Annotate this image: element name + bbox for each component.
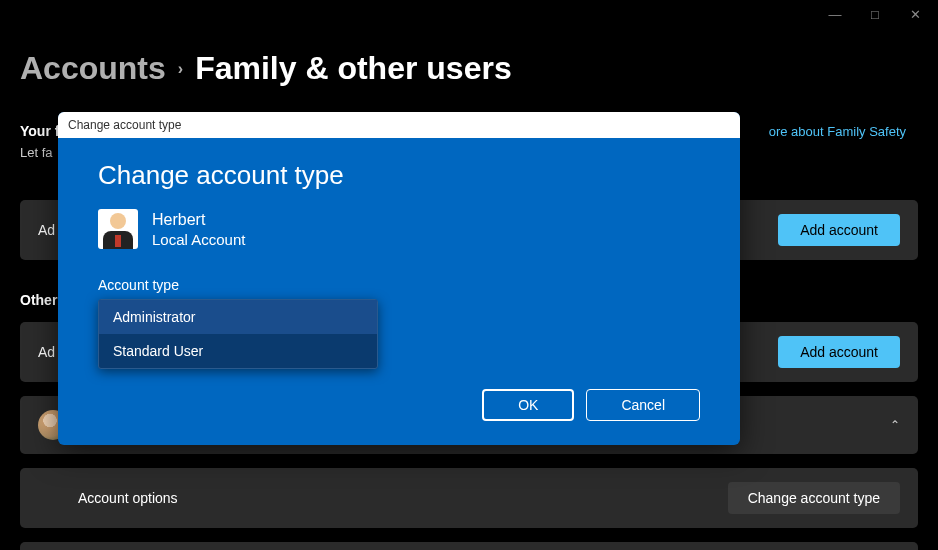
minimize-button[interactable]: —	[820, 4, 850, 24]
dialog-user-info: Herbert Local Account	[98, 209, 700, 249]
dialog-user-subtype: Local Account	[152, 231, 245, 248]
change-account-type-dialog: Change account type Change account type …	[58, 112, 740, 445]
dialog-user-name: Herbert	[152, 211, 245, 229]
account-type-dropdown[interactable]: Administrator Standard User	[98, 299, 378, 369]
add-family-account-button[interactable]: Add account	[778, 214, 900, 246]
family-add-label: Ad	[38, 222, 55, 238]
cancel-button[interactable]: Cancel	[586, 389, 700, 421]
family-safety-link[interactable]: ore about Family Safety	[769, 124, 906, 139]
dropdown-option-standard-user[interactable]: Standard User	[99, 334, 377, 368]
dialog-heading: Change account type	[98, 160, 700, 191]
close-button[interactable]: ✕	[900, 4, 930, 24]
dialog-titlebar: Change account type	[58, 112, 740, 138]
add-other-account-button[interactable]: Add account	[778, 336, 900, 368]
titlebar: — □ ✕	[812, 0, 938, 28]
change-account-type-button[interactable]: Change account type	[728, 482, 900, 514]
other-add-label: Ad	[38, 344, 55, 360]
family-desc-text: Let fa	[20, 145, 53, 160]
chevron-up-icon: ⌃	[890, 418, 900, 432]
user-avatar-icon	[98, 209, 138, 249]
breadcrumb: Accounts › Family & other users	[20, 50, 512, 87]
account-options-card: Account options Change account type	[20, 468, 918, 528]
account-type-label: Account type	[98, 277, 700, 293]
dropdown-option-administrator[interactable]: Administrator	[99, 300, 377, 334]
ok-button[interactable]: OK	[482, 389, 574, 421]
maximize-button[interactable]: □	[860, 4, 890, 24]
breadcrumb-parent[interactable]: Accounts	[20, 50, 166, 87]
breadcrumb-current: Family & other users	[195, 50, 512, 87]
account-options-label: Account options	[78, 490, 178, 506]
chevron-right-icon: ›	[178, 60, 183, 78]
account-data-card: Account and data Remove	[20, 542, 918, 550]
